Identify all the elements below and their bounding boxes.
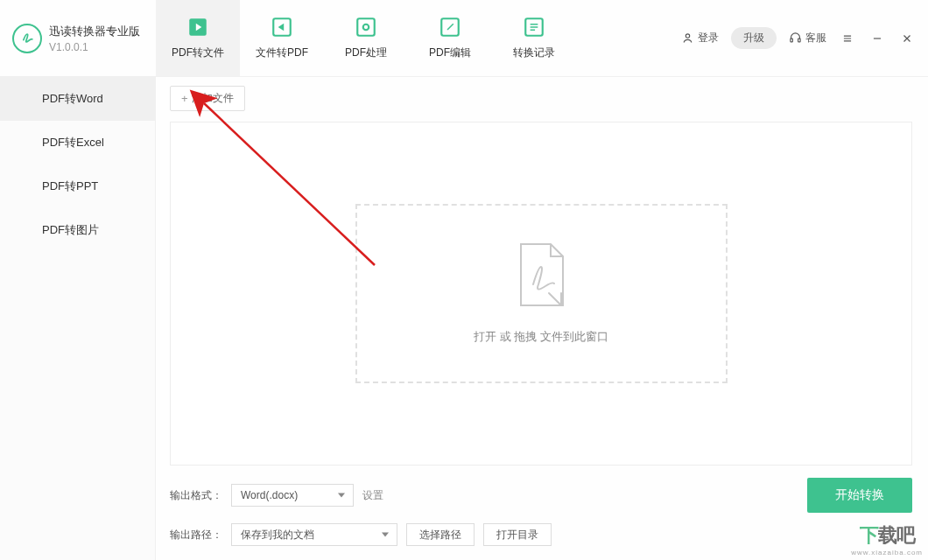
svg-rect-2 xyxy=(357,18,375,36)
app-version: V1.0.0.1 xyxy=(49,41,140,53)
sidebar-item-pdf-ppt[interactable]: PDF转PPT xyxy=(0,164,155,208)
path-value: 保存到我的文档 xyxy=(241,528,314,542)
path-select[interactable]: 保存到我的文档 xyxy=(231,523,397,546)
titlebar: 迅读转换器专业版 V1.0.0.1 PDF转文件 文件转PDF xyxy=(0,0,928,77)
login-button[interactable]: 登录 xyxy=(681,31,719,46)
support-label: 客服 xyxy=(805,31,826,46)
tab-file-to-pdf[interactable]: 文件转PDF xyxy=(240,0,324,76)
export-icon xyxy=(186,16,209,38)
user-icon xyxy=(681,32,694,45)
sidebar: PDF转Word PDF转Excel PDF转PPT PDF转图片 xyxy=(0,77,156,560)
toolbar: + 添加文件 xyxy=(170,86,912,111)
logo-block: 迅读转换器专业版 V1.0.0.1 xyxy=(0,24,156,53)
svg-point-3 xyxy=(363,24,369,31)
tab-label: PDF编辑 xyxy=(429,46,471,60)
pdf-file-icon xyxy=(514,242,568,313)
headset-icon xyxy=(789,32,802,45)
sidebar-item-pdf-word[interactable]: PDF转Word xyxy=(0,77,155,121)
open-dir-button[interactable]: 打开目录 xyxy=(483,523,552,546)
minimize-icon xyxy=(871,32,883,45)
app-logo-icon xyxy=(12,24,42,53)
close-icon xyxy=(901,32,913,45)
sidebar-item-label: PDF转PPT xyxy=(42,178,98,194)
tab-pdf-process[interactable]: PDF处理 xyxy=(324,0,408,76)
tab-label: PDF处理 xyxy=(345,46,387,60)
tab-pdf-to-file[interactable]: PDF转文件 xyxy=(156,0,240,76)
dropzone[interactable]: 打开 或 拖拽 文件到此窗口 xyxy=(355,204,728,383)
history-icon xyxy=(523,16,545,38)
tab-pdf-edit[interactable]: PDF编辑 xyxy=(408,0,492,76)
footer: 输出格式： Word(.docx) 设置 开始转换 输出路径： 保存到我的文档 … xyxy=(170,466,912,546)
sidebar-item-pdf-excel[interactable]: PDF转Excel xyxy=(0,121,155,164)
upgrade-button[interactable]: 升级 xyxy=(731,27,777,49)
add-file-button[interactable]: + 添加文件 xyxy=(170,86,245,111)
sidebar-item-label: PDF转Word xyxy=(42,91,103,107)
titlebar-right: 登录 升级 客服 xyxy=(681,27,928,49)
minimize-button[interactable] xyxy=(868,30,886,47)
footer-row-format: 输出格式： Word(.docx) 设置 开始转换 xyxy=(170,478,912,513)
svg-rect-7 xyxy=(791,38,793,42)
tab-label: 转换记录 xyxy=(513,46,555,60)
sidebar-item-label: PDF转Excel xyxy=(42,135,104,150)
login-label: 登录 xyxy=(698,31,719,46)
workspace: 打开 或 拖拽 文件到此窗口 xyxy=(170,122,912,466)
format-value: Word(.docx) xyxy=(241,489,298,501)
add-file-label: 添加文件 xyxy=(192,91,234,106)
plus-icon: + xyxy=(181,92,188,105)
settings-link[interactable]: 设置 xyxy=(362,488,383,503)
support-button[interactable]: 客服 xyxy=(789,31,826,46)
sidebar-item-label: PDF转图片 xyxy=(42,222,99,238)
path-label: 输出路径： xyxy=(170,528,222,542)
menu-icon xyxy=(841,32,854,45)
process-icon xyxy=(355,16,377,38)
sidebar-item-pdf-image[interactable]: PDF转图片 xyxy=(0,208,155,252)
tabs: PDF转文件 文件转PDF PDF处理 PDF编辑 xyxy=(156,0,576,76)
dropzone-text: 打开 或 拖拽 文件到此窗口 xyxy=(474,329,608,345)
format-select[interactable]: Word(.docx) xyxy=(231,484,354,507)
footer-row-path: 输出路径： 保存到我的文档 选择路径 打开目录 xyxy=(170,523,912,546)
import-icon xyxy=(271,16,293,38)
tab-label: PDF转文件 xyxy=(172,46,224,60)
edit-icon xyxy=(439,16,461,38)
main-area: + 添加文件 打开 或 拖拽 文件到此窗口 xyxy=(156,77,928,560)
start-convert-button[interactable]: 开始转换 xyxy=(807,478,912,513)
menu-button[interactable] xyxy=(839,30,856,47)
app-title: 迅读转换器专业版 xyxy=(49,24,140,39)
choose-path-button[interactable]: 选择路径 xyxy=(406,523,475,546)
format-label: 输出格式： xyxy=(170,488,222,503)
close-button[interactable] xyxy=(898,30,916,47)
svg-point-6 xyxy=(685,34,689,38)
tab-label: 文件转PDF xyxy=(256,46,308,60)
svg-rect-8 xyxy=(798,38,801,42)
tab-history[interactable]: 转换记录 xyxy=(492,0,576,76)
